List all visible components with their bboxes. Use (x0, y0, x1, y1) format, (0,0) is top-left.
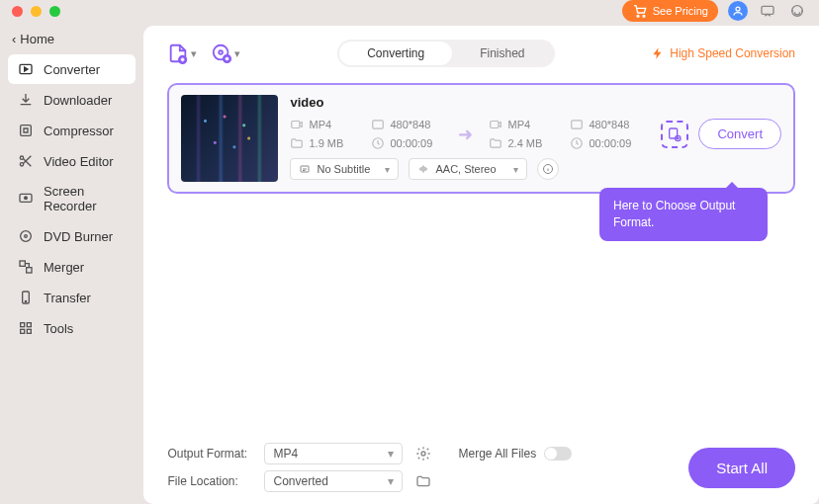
subtitle-select[interactable]: No Subtitle ▾ (290, 158, 399, 180)
src-resolution: 480*848 (390, 119, 430, 130)
sidebar: ‹ Home Converter Downloader Compressor V… (0, 22, 143, 504)
output-format-select[interactable]: MP4 ▾ (264, 443, 403, 464)
window-min-dot[interactable] (31, 6, 42, 17)
src-duration: 00:00:09 (390, 137, 432, 149)
dst-size: 2.4 MB (507, 137, 542, 149)
tools-icon (18, 320, 34, 336)
chevron-down-icon: ▾ (385, 164, 390, 175)
audio-icon (417, 163, 429, 175)
sidebar-item-screen-recorder[interactable]: Screen Recorder (8, 177, 136, 220)
audio-value: AAC, Stereo (435, 163, 496, 175)
chevron-left-icon: ‹ (12, 32, 16, 46)
subtitle-value: No Subtitle (317, 163, 370, 175)
chat-icon[interactable] (758, 1, 777, 21)
sidebar-item-compressor[interactable]: Compressor (8, 116, 136, 145)
svg-point-7 (20, 156, 23, 159)
svg-rect-19 (21, 329, 25, 333)
sidebar-item-transfer[interactable]: Transfer (8, 283, 136, 312)
high-speed-label: High Speed Conversion (670, 46, 795, 60)
sidebar-item-downloader[interactable]: Downloader (8, 85, 136, 115)
svg-rect-3 (762, 6, 774, 14)
tab-finished[interactable]: Finished (452, 42, 552, 65)
info-button[interactable] (537, 158, 559, 180)
converter-icon (18, 61, 34, 77)
disc-icon (18, 228, 34, 244)
high-speed-badge[interactable]: High Speed Conversion (651, 46, 795, 60)
transfer-icon (18, 290, 34, 305)
support-icon[interactable] (787, 1, 807, 21)
svg-rect-18 (27, 323, 31, 327)
subtitle-icon (299, 163, 311, 175)
format-tooltip: Here to Choose Output Format. (599, 188, 768, 241)
merge-toggle[interactable] (544, 447, 572, 461)
add-disc-button[interactable]: ▾ (211, 42, 240, 64)
dst-duration: 00:00:09 (589, 137, 631, 149)
resolution-icon (371, 118, 385, 131)
svg-point-0 (637, 15, 639, 17)
chevron-down-icon: ▾ (191, 47, 197, 60)
window-max-dot[interactable] (49, 6, 60, 17)
svg-rect-13 (20, 261, 25, 266)
chevron-down-icon: ▾ (388, 474, 394, 488)
svg-point-16 (25, 300, 26, 301)
gear-icon (415, 446, 431, 462)
output-format-button[interactable] (661, 121, 688, 148)
src-format: MP4 (309, 119, 331, 130)
audio-select[interactable]: AAC, Stereo ▾ (409, 158, 527, 180)
chevron-down-icon: ▾ (513, 164, 518, 175)
file-location-value: Converted (273, 474, 327, 488)
tab-converting[interactable]: Converting (339, 42, 452, 65)
sidebar-item-video-editor[interactable]: Video Editor (8, 146, 136, 176)
disc-plus-icon (211, 42, 232, 64)
status-tabs: Converting Finished (337, 40, 554, 67)
svg-point-8 (20, 163, 23, 166)
sidebar-item-tools[interactable]: Tools (8, 313, 136, 343)
sidebar-item-label: Downloader (44, 93, 112, 108)
sidebar-item-dvd-burner[interactable]: DVD Burner (8, 221, 136, 251)
video-card: video MP4 1.9 MB 480*848 00:00:09 ➜ MP4 … (167, 83, 795, 194)
file-plus-icon (167, 42, 189, 64)
svg-point-1 (643, 15, 645, 17)
add-file-button[interactable]: ▾ (167, 42, 197, 64)
svg-rect-14 (27, 268, 32, 273)
clock-icon (570, 136, 584, 150)
sidebar-item-label: Screen Recorder (44, 184, 126, 213)
sidebar-item-converter[interactable]: Converter (8, 54, 136, 84)
svg-point-35 (421, 452, 425, 456)
output-format-value: MP4 (273, 447, 298, 461)
file-location-select[interactable]: Converted ▾ (264, 470, 403, 492)
info-icon (542, 163, 554, 175)
svg-point-10 (25, 197, 28, 200)
sidebar-item-label: Compressor (44, 124, 114, 138)
video-title: video (290, 95, 781, 110)
user-icon[interactable] (728, 1, 748, 21)
svg-point-11 (21, 231, 32, 242)
video-thumbnail[interactable] (181, 95, 278, 182)
folder-icon (415, 473, 431, 489)
format-gear-icon (667, 126, 682, 142)
output-settings-button[interactable] (412, 443, 434, 464)
see-pricing-button[interactable]: See Pricing (622, 0, 718, 22)
svg-point-2 (736, 7, 740, 11)
sidebar-item-merger[interactable]: Merger (8, 252, 136, 282)
open-folder-button[interactable] (412, 470, 434, 492)
start-all-button[interactable]: Start All (688, 448, 795, 488)
dst-resolution: 480*848 (589, 119, 629, 130)
lightning-icon (651, 46, 665, 60)
convert-button[interactable]: Convert (698, 119, 781, 149)
svg-rect-26 (373, 121, 384, 128)
svg-rect-28 (491, 122, 499, 128)
file-location-label: File Location: (167, 474, 254, 488)
folder-icon (290, 136, 304, 150)
arrow-right-icon: ➜ (452, 124, 479, 145)
chevron-down-icon: ▾ (388, 447, 394, 461)
home-breadcrumb[interactable]: ‹ Home (0, 28, 143, 50)
sidebar-item-label: Converter (44, 62, 100, 77)
dst-format: MP4 (507, 119, 530, 130)
home-label: Home (20, 32, 54, 46)
window-close-dot[interactable] (12, 6, 23, 17)
svg-rect-6 (21, 126, 32, 136)
merger-icon (18, 259, 34, 275)
resolution-icon (570, 118, 584, 131)
svg-rect-29 (572, 121, 583, 128)
